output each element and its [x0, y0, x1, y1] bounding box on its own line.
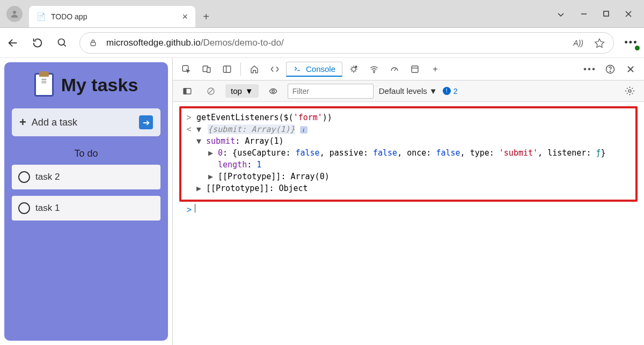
- url-host: microsoftedge.github.io: [106, 38, 201, 48]
- back-button[interactable]: [5, 35, 20, 50]
- address-bar[interactable]: microsoftedge.github.io/Demos/demo-to-do…: [79, 32, 614, 54]
- svg-rect-20: [412, 66, 418, 72]
- task-checkbox[interactable]: [18, 202, 30, 214]
- svg-line-19: [394, 68, 396, 71]
- more-menu-button[interactable]: •••: [624, 35, 639, 50]
- window-controls: [557, 10, 644, 27]
- svg-rect-8: [91, 42, 96, 46]
- expand-toggle-icon[interactable]: ▶: [196, 182, 203, 194]
- input-chevron-icon: >: [187, 204, 192, 216]
- devtools-more-icon[interactable]: •••: [581, 60, 599, 78]
- property-key: submit: [206, 136, 235, 146]
- sources-tab-icon[interactable]: [345, 60, 363, 78]
- dock-side-icon[interactable]: [218, 60, 236, 78]
- context-selector[interactable]: top ▼: [225, 84, 259, 98]
- svg-point-16: [352, 67, 356, 71]
- expand-toggle-icon[interactable]: ▼: [196, 123, 203, 135]
- todo-section-label: To do: [12, 148, 160, 159]
- expand-toggle-icon[interactable]: ▶: [208, 171, 215, 182]
- console-prompt[interactable]: >: [179, 202, 638, 216]
- toggle-sidebar-icon[interactable]: [178, 82, 196, 100]
- devtools-close-icon[interactable]: [621, 60, 640, 78]
- read-aloud-icon[interactable]: A)): [573, 39, 583, 47]
- app-title: My tasks: [61, 75, 138, 96]
- add-task-input[interactable]: + Add a task ➔: [12, 108, 160, 136]
- task-item[interactable]: task 2: [12, 165, 160, 189]
- refresh-button[interactable]: [30, 35, 45, 50]
- context-label: top: [231, 86, 242, 96]
- tab-title: TODO app: [51, 12, 177, 21]
- console-input-expression: getEventListeners($('form')): [196, 112, 332, 123]
- array-item[interactable]: 0: {useCapture: false, passive: false, o…: [218, 147, 606, 159]
- issue-badge-icon: !: [443, 87, 451, 95]
- search-button[interactable]: [55, 35, 70, 50]
- elements-tab-icon[interactable]: [266, 60, 284, 78]
- property-key: length: [218, 160, 247, 170]
- console-tab-label: Console: [306, 64, 335, 74]
- console-output[interactable]: > getEventListeners($('form')) < ▼ {subm…: [173, 102, 644, 345]
- clipboard-icon: [34, 73, 54, 97]
- console-toolbar: top ▼ Default levels ▼ ! 2: [173, 80, 644, 102]
- maximize-button[interactable]: [603, 10, 610, 19]
- object-summary: {submit: Array(1)}: [208, 124, 295, 134]
- log-levels-selector[interactable]: Default levels ▼: [379, 86, 437, 96]
- application-tab-icon[interactable]: [406, 60, 424, 78]
- svg-point-6: [58, 39, 65, 45]
- browser-titlebar: 📄 TODO app × +: [0, 0, 644, 28]
- tab-close-icon[interactable]: ×: [182, 11, 188, 23]
- content-area: My tasks + Add a task ➔ To do task 2 tas…: [0, 58, 644, 345]
- console-tab[interactable]: Console: [286, 62, 342, 77]
- highlighted-region: > getEventListeners($('form')) < ▼ {subm…: [179, 106, 638, 202]
- text-cursor: [195, 204, 195, 212]
- inspect-element-icon[interactable]: [177, 60, 195, 78]
- task-name: task 1: [35, 203, 60, 214]
- network-tab-icon[interactable]: [365, 60, 383, 78]
- svg-point-17: [355, 66, 357, 68]
- prototype-label: [[Prototype]]: [206, 183, 269, 193]
- chevron-down-icon[interactable]: [557, 10, 565, 19]
- performance-tab-icon[interactable]: [385, 60, 404, 78]
- tab-favicon: 📄: [36, 12, 46, 21]
- browser-toolbar: microsoftedge.github.io/Demos/demo-to-do…: [0, 28, 644, 58]
- favorite-icon[interactable]: [594, 38, 605, 48]
- output-chevron-icon: <: [185, 123, 193, 135]
- live-expression-icon[interactable]: [264, 82, 282, 100]
- task-item[interactable]: task 1: [12, 196, 160, 221]
- browser-tab[interactable]: 📄 TODO app ×: [29, 6, 195, 27]
- plus-icon: +: [19, 115, 26, 129]
- chevron-down-icon: ▼: [245, 86, 253, 96]
- close-window-button[interactable]: [625, 10, 632, 19]
- console-filter-input[interactable]: [288, 84, 374, 99]
- profile-avatar[interactable]: [6, 6, 23, 22]
- devtools-tabbar: Console + •••: [173, 58, 644, 80]
- chevron-down-icon: ▼: [429, 86, 437, 96]
- input-chevron-icon: >: [185, 112, 193, 123]
- welcome-tab-icon[interactable]: [245, 60, 264, 78]
- add-tab-button[interactable]: +: [426, 60, 444, 78]
- submit-task-button[interactable]: ➔: [139, 115, 153, 129]
- expand-toggle-icon[interactable]: ▶: [208, 147, 215, 159]
- help-icon[interactable]: [601, 60, 619, 78]
- levels-label: Default levels: [379, 86, 427, 96]
- svg-rect-13: [223, 66, 231, 72]
- task-name: task 2: [35, 172, 60, 182]
- device-toggle-icon[interactable]: [197, 60, 216, 78]
- svg-point-30: [272, 90, 274, 92]
- svg-line-7: [64, 44, 66, 46]
- clear-console-icon[interactable]: [202, 82, 220, 100]
- console-settings-icon[interactable]: [620, 82, 639, 100]
- svg-point-31: [628, 90, 631, 92]
- issues-indicator[interactable]: ! 2: [443, 87, 458, 96]
- task-checkbox[interactable]: [18, 171, 30, 183]
- svg-point-23: [610, 71, 610, 71]
- svg-rect-27: [184, 88, 186, 94]
- svg-line-29: [209, 89, 213, 93]
- add-task-label: Add a task: [32, 117, 134, 128]
- minimize-button[interactable]: [580, 10, 588, 19]
- lock-icon: [89, 38, 98, 47]
- svg-marker-9: [595, 39, 604, 47]
- issues-count: 2: [453, 87, 458, 96]
- new-tab-button[interactable]: +: [195, 6, 217, 27]
- info-icon[interactable]: i: [300, 126, 308, 134]
- expand-toggle-icon[interactable]: ▼: [196, 135, 203, 147]
